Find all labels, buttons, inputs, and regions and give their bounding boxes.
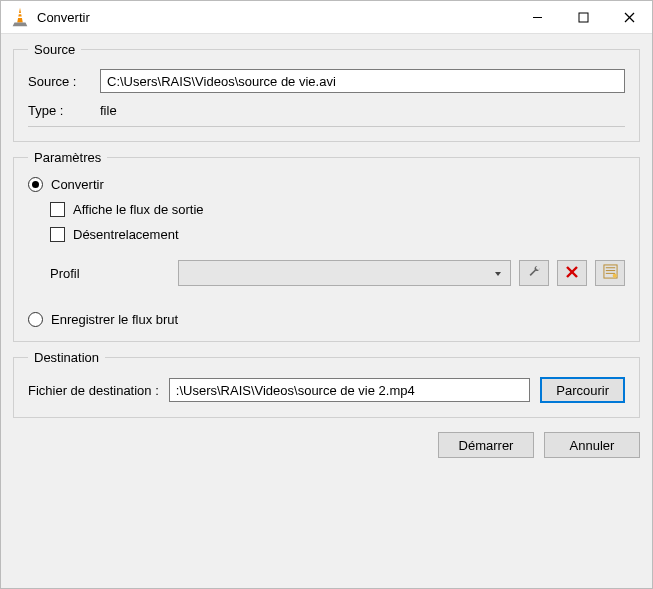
edit-profile-button[interactable] <box>519 260 549 286</box>
profile-label: Profil <box>50 266 170 281</box>
svg-point-10 <box>612 274 616 278</box>
profile-dropdown[interactable] <box>178 260 511 286</box>
window-title: Convertir <box>37 10 90 25</box>
delete-profile-button[interactable] <box>557 260 587 286</box>
radio-icon <box>28 177 43 192</box>
convert-dialog: Convertir Source Source : Type : file Pa… <box>0 0 653 589</box>
source-label: Source : <box>28 74 90 89</box>
destination-file-input[interactable] <box>169 378 530 402</box>
list-new-icon <box>603 264 618 282</box>
type-label: Type : <box>28 103 90 118</box>
vlc-cone-icon <box>9 6 31 28</box>
new-profile-button[interactable] <box>595 260 625 286</box>
show-output-label: Affiche le flux de sortie <box>73 202 204 217</box>
radio-icon <box>28 312 43 327</box>
type-value: file <box>100 103 117 118</box>
params-group: Paramètres Convertir Affiche le flux de … <box>13 150 640 342</box>
source-legend: Source <box>28 42 81 57</box>
dialog-footer: Démarrer Annuler <box>13 426 640 458</box>
params-legend: Paramètres <box>28 150 107 165</box>
svg-rect-1 <box>579 13 588 22</box>
checkbox-icon <box>50 202 65 217</box>
checkbox-icon <box>50 227 65 242</box>
source-input[interactable] <box>100 69 625 93</box>
browse-button[interactable]: Parcourir <box>540 377 625 403</box>
cancel-button[interactable]: Annuler <box>544 432 640 458</box>
deinterlace-checkbox[interactable]: Désentrelacement <box>50 227 625 242</box>
convert-radio[interactable]: Convertir <box>28 177 104 192</box>
destination-group: Destination Fichier de destination : Par… <box>13 350 640 418</box>
start-button[interactable]: Démarrer <box>438 432 534 458</box>
titlebar: Convertir <box>1 1 652 34</box>
convert-radio-label: Convertir <box>51 177 104 192</box>
show-output-checkbox[interactable]: Affiche le flux de sortie <box>50 202 625 217</box>
wrench-icon <box>527 264 542 282</box>
save-raw-radio[interactable]: Enregistrer le flux brut <box>28 312 178 327</box>
chevron-down-icon <box>494 266 502 281</box>
close-button[interactable] <box>606 1 652 34</box>
destination-file-label: Fichier de destination : <box>28 383 159 398</box>
destination-legend: Destination <box>28 350 105 365</box>
deinterlace-label: Désentrelacement <box>73 227 179 242</box>
delete-x-icon <box>566 266 578 281</box>
minimize-button[interactable] <box>514 1 560 34</box>
save-raw-label: Enregistrer le flux brut <box>51 312 178 327</box>
maximize-button[interactable] <box>560 1 606 34</box>
source-group: Source Source : Type : file <box>13 42 640 142</box>
